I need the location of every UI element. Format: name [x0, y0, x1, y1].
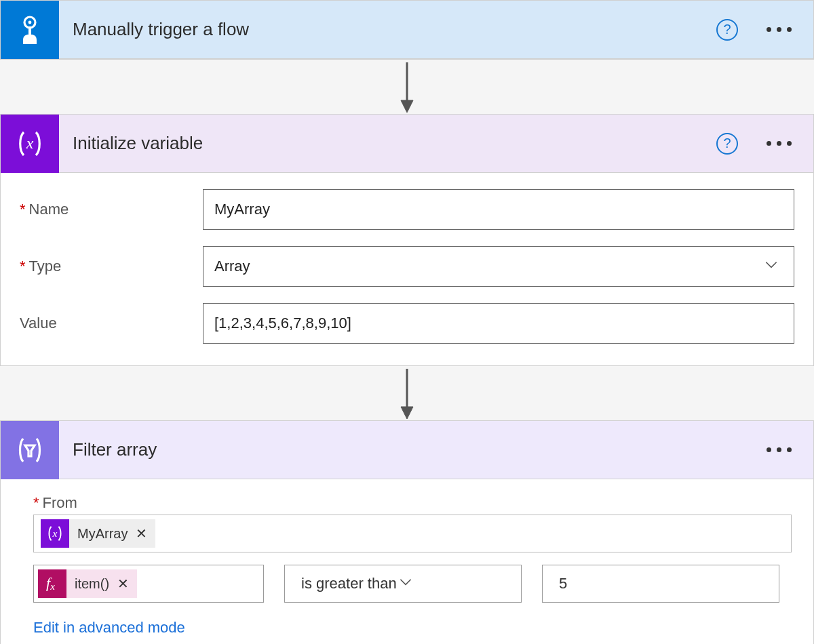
from-token-myarray[interactable]: x MyArray ✕ [41, 519, 155, 548]
init-variable-header[interactable]: x Initialize variable ? [1, 115, 813, 173]
type-select[interactable]: Array [203, 246, 794, 287]
type-label: *Type [20, 258, 203, 275]
help-icon[interactable]: ? [716, 19, 738, 41]
svg-marker-6 [401, 407, 413, 419]
more-menu-button[interactable] [761, 22, 797, 37]
trigger-card: Manually trigger a flow ? [0, 0, 814, 60]
filter-array-title: Filter array [59, 439, 761, 460]
chevron-down-icon [397, 573, 414, 595]
condition-operator-select[interactable]: is greater than [284, 565, 522, 603]
filter-array-header[interactable]: Filter array [1, 421, 813, 479]
init-variable-card: x Initialize variable ? *Name MyArray *T… [0, 114, 814, 366]
expression-token-item[interactable]: fx item() ✕ [38, 569, 137, 598]
flow-connector [0, 60, 814, 114]
filter-array-card: Filter array *From x MyArray ✕ [0, 420, 814, 644]
more-menu-button[interactable] [761, 442, 797, 458]
svg-point-1 [28, 20, 32, 24]
variable-icon: x [41, 519, 69, 548]
filter-array-body: *From x MyArray ✕ [1, 479, 813, 644]
manual-trigger-icon [1, 1, 59, 59]
edit-advanced-mode-link[interactable]: Edit in advanced mode [33, 619, 792, 637]
name-label: *Name [20, 201, 203, 218]
from-input[interactable]: x MyArray ✕ [33, 515, 792, 552]
chevron-down-icon [762, 256, 780, 277]
help-icon[interactable]: ? [716, 133, 738, 155]
flow-connector [0, 366, 814, 420]
svg-marker-3 [401, 100, 413, 113]
filter-icon [1, 421, 59, 479]
variable-icon: x [1, 115, 59, 173]
trigger-header[interactable]: Manually trigger a flow ? [1, 1, 813, 59]
init-variable-title: Initialize variable [59, 133, 716, 154]
svg-text:x: x [26, 134, 34, 152]
from-label: *From [33, 494, 792, 512]
name-input[interactable]: MyArray [203, 189, 794, 230]
fx-icon: fx [38, 569, 66, 598]
condition-value-input[interactable]: 5 [542, 565, 779, 603]
trigger-title: Manually trigger a flow [59, 19, 716, 40]
remove-token-button[interactable]: ✕ [117, 576, 129, 592]
more-menu-button[interactable] [761, 136, 797, 151]
condition-left-input[interactable]: fx item() ✕ [33, 565, 264, 603]
remove-token-button[interactable]: ✕ [136, 525, 147, 542]
svg-text:x: x [52, 527, 58, 539]
svg-text:fx: fx [46, 574, 55, 592]
filter-condition-row: fx item() ✕ is greater than 5 [33, 565, 792, 603]
init-variable-body: *Name MyArray *Type Array [1, 173, 813, 365]
value-input[interactable]: [1,2,3,4,5,6,7,8,9,10] [203, 303, 794, 344]
value-label: Value [20, 315, 203, 332]
